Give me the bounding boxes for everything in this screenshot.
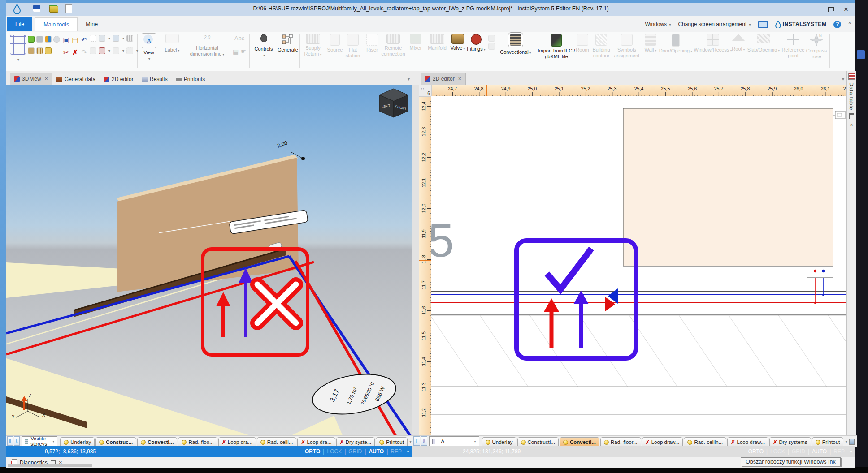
connect-node-icon[interactable] — [99, 47, 105, 54]
water-drop-icon[interactable] — [53, 36, 60, 43]
horizontal-dimension-button[interactable]: 2.0 Horizontal dimension line▾ — [186, 34, 229, 57]
mode-auto[interactable]: AUTO — [369, 448, 384, 455]
desktop-shortcut-icon[interactable] — [857, 50, 865, 59]
tab-list-dropdown-left[interactable]: ▾ — [408, 77, 410, 82]
layer-tab-convection-active[interactable]: Convecti... — [560, 437, 599, 447]
navigation-cube[interactable]: LEFT FRONT — [379, 89, 408, 117]
move-between-storeys-icon[interactable] — [113, 35, 119, 42]
menu-tab-mine[interactable]: Mine — [78, 17, 106, 31]
layer-tab-printout[interactable]: Printout — [376, 437, 408, 447]
pointer-stamp-icon[interactable]: ☛ — [241, 47, 246, 56]
construction-site-icon[interactable] — [28, 36, 35, 43]
ruler-corner[interactable]: ↔ 6 — [419, 85, 432, 97]
storey-up-button[interactable]: ⇧ — [413, 436, 420, 446]
collapse-ribbon-icon[interactable]: ^ — [848, 21, 851, 27]
title-bar[interactable]: D:\06-HS\SUF-rozwin\ISPROJ\Multifamily_A… — [6, 3, 855, 16]
import-ifc-button[interactable]: Import from IFC / gbXML file — [535, 34, 577, 60]
layer-tab-rad-ceiling[interactable]: Rad.-ceili... — [257, 437, 297, 447]
mode-lock[interactable]: LOCK — [770, 448, 785, 455]
help-icon[interactable]: ? — [833, 21, 841, 28]
3d-viewport[interactable]: 2,00 — [6, 85, 412, 435]
mode-rep[interactable]: REP — [833, 448, 845, 455]
close-button[interactable]: × — [838, 4, 854, 15]
undo-icon[interactable]: ↶ — [81, 35, 87, 42]
layer-tab-loop-drawing-1[interactable]: ✗Loop draw... — [642, 437, 683, 447]
tab-printouts[interactable]: Printouts — [172, 73, 209, 85]
data-table-panel-tab[interactable]: Data table × — [846, 71, 856, 446]
delete-icon[interactable]: ✗ — [72, 47, 78, 54]
copy-icon[interactable]: ▣ — [63, 35, 69, 42]
mode-rep[interactable]: REP — [391, 448, 402, 455]
mode-grid[interactable]: GRID — [792, 448, 805, 455]
tab-2d-editor-right[interactable]: 2D editor× — [421, 73, 466, 85]
2d-viewport[interactable]: 5 — [431, 96, 846, 435]
layer-tab-rad-floor[interactable]: Rad.-floor... — [600, 437, 641, 447]
mode-orto[interactable]: ORTO — [305, 448, 320, 455]
mode-grid[interactable]: GRID — [348, 448, 362, 455]
minimize-button[interactable]: – — [808, 4, 823, 15]
menu-tab-main-tools[interactable]: Main tools — [35, 17, 78, 31]
layer-tab-construction[interactable]: Construc... — [95, 437, 136, 447]
abc-text-icon[interactable]: Abc — [234, 35, 244, 42]
status-dropdown[interactable]: ▾ — [407, 450, 409, 454]
layer-tab-rad-ceiling[interactable]: Rad.-ceilin... — [684, 437, 726, 447]
label-button[interactable]: Label▾ — [161, 34, 184, 53]
pane-splitter[interactable] — [412, 85, 419, 446]
tab-list-dropdown-right[interactable]: ▾ — [842, 77, 844, 82]
controls-button[interactable]: Controls ▾ — [252, 34, 275, 57]
windows-menu[interactable]: Windows ▾ — [645, 21, 671, 27]
layer-tab-loop-drawing-2[interactable]: ✗Loop dra... — [297, 437, 335, 447]
cut-icon[interactable]: ✂ — [63, 47, 69, 54]
restore-button[interactable] — [823, 4, 838, 15]
layer-tab-rad-floor[interactable]: Rad.-floo... — [178, 437, 217, 447]
mode-orto[interactable]: ORTO — [748, 448, 764, 455]
convectional-button[interactable]: Convectional▾ — [499, 34, 533, 55]
change-screen-arrangement-menu[interactable]: Change screen arrangement ▾ — [678, 21, 751, 27]
layer-tab-underlay[interactable]: Underlay — [60, 437, 95, 447]
radiator-small-icon[interactable] — [36, 47, 43, 54]
layer-tab-construction[interactable]: Constructi... — [517, 437, 559, 447]
sheets-icon[interactable] — [45, 47, 52, 54]
layer-list-dropdown[interactable]: ▾ — [845, 439, 847, 444]
heating-cooling-icon[interactable] — [45, 36, 52, 43]
layer-tab-loop-drawing-2[interactable]: ✗Loop draw... — [727, 437, 768, 447]
status-dropdown[interactable]: ▾ — [850, 450, 852, 454]
radiator-2d[interactable] — [623, 108, 845, 304]
tab-results[interactable]: Results — [138, 73, 172, 85]
layer-tab-convection[interactable]: Convecti... — [137, 437, 177, 447]
layer-tab-dry-systems[interactable]: ✗Dry syste... — [336, 437, 375, 447]
taskbar[interactable] — [0, 467, 868, 473]
storey-up-button[interactable]: ⇧ — [7, 436, 13, 446]
generate-button[interactable]: Generate — [275, 34, 300, 53]
measure-icon[interactable] — [126, 35, 133, 42]
close-panel-icon[interactable]: × — [850, 122, 853, 128]
layer-tab-dry-systems[interactable]: ✗Dry systems — [769, 437, 811, 447]
layer-tab-underlay[interactable]: Underlay — [482, 437, 516, 447]
diagnostics-scrollbar[interactable] — [8, 464, 92, 467]
view-button[interactable]: A View ▾ — [140, 33, 158, 61]
mode-auto[interactable]: AUTO — [812, 448, 827, 455]
paste-icon[interactable]: ▤ — [72, 35, 78, 42]
layer-list-dropdown[interactable]: ▾ — [409, 439, 412, 444]
screen-arrangement-icon[interactable] — [758, 21, 768, 28]
fittings-button[interactable]: Fittings▾ — [464, 34, 488, 52]
storey-selector-dropdown[interactable]: A▾ — [429, 436, 479, 446]
storey-down-button[interactable]: ⇩ — [14, 436, 20, 446]
pin-icon[interactable] — [849, 113, 854, 119]
menu-tab-file[interactable]: File — [7, 17, 32, 31]
close-tab-icon[interactable]: × — [458, 76, 461, 82]
visible-storeys-dropdown[interactable]: Visible storeys▾ — [22, 436, 57, 446]
workspace-icon[interactable] — [849, 439, 855, 445]
table-icon[interactable]: ▦ — [233, 47, 239, 56]
layer-tab-printout[interactable]: Printout — [812, 437, 844, 447]
storey-down-button[interactable]: ⇩ — [421, 436, 428, 446]
selection-icon[interactable] — [90, 35, 96, 42]
layer-tab-loop-drawing-1[interactable]: ✗Loop dra... — [218, 437, 256, 447]
tab-2d-editor-left[interactable]: 2D editor — [100, 73, 138, 85]
tab-3d-view[interactable]: 3D view× — [10, 73, 52, 85]
tab-general-data[interactable]: General data — [52, 73, 100, 85]
split-node-icon[interactable] — [99, 35, 105, 42]
building-icon[interactable] — [36, 36, 43, 43]
calculate-button[interactable]: ▾ — [10, 35, 26, 62]
mode-lock[interactable]: LOCK — [327, 448, 342, 455]
